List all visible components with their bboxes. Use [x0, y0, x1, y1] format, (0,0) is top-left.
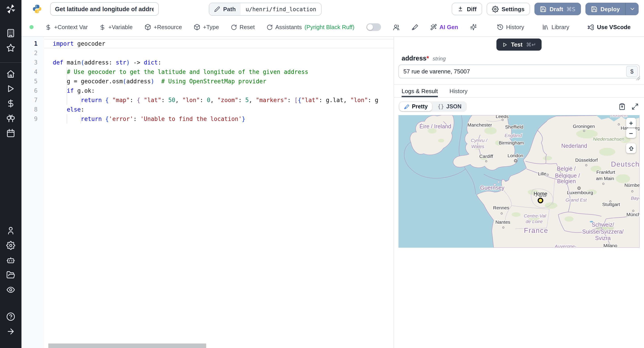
svg-text:Grand Est: Grand Est — [566, 197, 587, 203]
tab-logs-result[interactable]: Logs & Result — [402, 85, 438, 97]
resources-boxes-icon[interactable] — [6, 114, 15, 123]
svg-text:Luxembourg: Luxembourg — [567, 190, 593, 195]
arg-type: string — [433, 56, 446, 62]
svg-text:Centre-Val: Centre-Val — [524, 213, 546, 218]
library-button[interactable]: Library — [542, 24, 569, 31]
insert-variable-button[interactable]: $ — [626, 66, 638, 77]
diff-button[interactable]: Diff — [452, 3, 482, 15]
status-dot — [30, 25, 34, 29]
add-context-var-button[interactable]: +Context Var — [45, 24, 88, 31]
pretty-view-option[interactable]: Pretty — [399, 102, 432, 111]
map-zoom-out-button[interactable]: − — [626, 128, 636, 138]
package-icon — [194, 24, 200, 31]
code-editor: 123456789 import geocoderdef main(addres… — [22, 37, 394, 348]
svg-text:Cardiff: Cardiff — [480, 154, 493, 159]
script-title-input[interactable] — [50, 2, 159, 16]
view-mode-segmented-control: Pretty {} JSON — [398, 101, 467, 112]
toggle-switch[interactable] — [366, 23, 381, 31]
svg-text:Auvergne-: Auvergne- — [554, 244, 576, 248]
reset-button[interactable]: Reset — [230, 24, 255, 31]
copy-result-icon[interactable] — [618, 103, 626, 110]
ai-gen-button[interactable]: AI Gen — [430, 24, 458, 31]
address-input[interactable] — [398, 65, 640, 78]
line-number: 7 — [22, 95, 44, 105]
workspace-icon[interactable] — [6, 29, 15, 38]
svg-text:England: England — [504, 133, 522, 138]
line-number: 9 — [22, 114, 44, 124]
add-resource-button[interactable]: +Resource — [144, 24, 182, 31]
json-view-option[interactable]: {} JSON — [433, 102, 466, 111]
line-number: 3 — [22, 58, 44, 67]
result-map[interactable]: LeedsHolsteinManchesterSheffieldEnglandÉ… — [398, 115, 640, 248]
package-icon — [144, 24, 151, 31]
path-label: Path — [223, 6, 236, 12]
map-recenter-button[interactable] — [626, 143, 636, 153]
result-tabs: Logs & Result History — [394, 84, 644, 98]
deploy-dropdown-button[interactable] — [625, 3, 639, 15]
svg-text:België /: België / — [557, 165, 576, 172]
svg-text:Rennes: Rennes — [493, 205, 510, 211]
format-paintbrush-icon[interactable] — [411, 24, 418, 31]
line-number-gutter: 123456789 — [22, 37, 44, 348]
path-badge[interactable]: Path u/henri/find_location — [209, 3, 322, 16]
path-value[interactable]: u/henri/find_location — [240, 3, 321, 15]
assistants-label: Assistants — [275, 24, 302, 31]
workers-bot-icon[interactable] — [6, 256, 15, 265]
map-zoom-in-button[interactable]: + — [626, 118, 636, 128]
svg-text:Niedersachsen: Niedersachsen — [593, 136, 624, 141]
schedules-calendar-icon[interactable] — [6, 128, 15, 137]
collapse-arrow-right-icon[interactable] — [6, 327, 15, 336]
tab-history[interactable]: History — [450, 85, 468, 97]
help-icon[interactable] — [6, 312, 15, 321]
audit-eye-icon[interactable] — [6, 285, 15, 294]
test-label: Test — [511, 41, 522, 48]
editor-toolbar: +Context Var +Variable +Resource +Type R… — [22, 18, 644, 37]
settings-gear-icon[interactable] — [6, 241, 15, 250]
svg-text:Manchester: Manchester — [467, 122, 492, 127]
svg-text:Milano: Milano — [604, 243, 618, 248]
code-text-area[interactable]: import geocoderdef main(address: str) ->… — [44, 37, 394, 348]
code-line — [44, 48, 394, 58]
runs-play-icon[interactable] — [6, 84, 15, 93]
svg-text:Stuttgart: Stuttgart — [602, 202, 620, 207]
use-vscode-button[interactable]: Use VScode — [587, 24, 630, 31]
favorites-star-icon[interactable] — [6, 44, 15, 52]
assistants-button[interactable]: Assistants (Pyright Black Ruff) — [266, 24, 354, 31]
horizontal-scrollbar-thumb[interactable] — [48, 343, 206, 348]
svg-text:Nürnberg: Nürnberg — [624, 183, 640, 188]
windmill-logo[interactable] — [5, 4, 16, 14]
test-run-button[interactable]: Test ⌘↵ — [496, 39, 542, 51]
app-window: Path u/henri/find_location Diff Settings… — [0, 0, 644, 348]
pretty-label: Pretty — [412, 103, 428, 110]
svg-text:Home: Home — [534, 191, 548, 197]
draft-label: Draft — [550, 6, 563, 12]
sparkles-icon[interactable] — [470, 24, 476, 31]
diff-label: Diff — [467, 6, 476, 12]
resize-grip[interactable] — [636, 76, 640, 80]
line-number: 8 — [22, 105, 44, 114]
history-button[interactable]: History — [497, 24, 524, 31]
multiplayer-users-icon[interactable] — [392, 24, 400, 31]
draft-button[interactable]: Draft ⌘S — [534, 3, 581, 15]
folders-icon[interactable] — [6, 271, 15, 279]
history-label: History — [506, 24, 524, 31]
svg-text:Groningen: Groningen — [573, 124, 595, 129]
sidebar — [0, 0, 22, 348]
expand-fullscreen-icon[interactable] — [632, 103, 639, 110]
arg-name: address — [402, 55, 426, 62]
svg-text:Deutschland: Deutschland — [611, 160, 640, 168]
variables-dollar-icon[interactable] — [6, 99, 15, 108]
add-type-button[interactable]: +Type — [194, 24, 219, 31]
home-icon[interactable] — [6, 69, 15, 78]
svg-text:de Loire: de Loire — [526, 219, 543, 224]
refresh-icon — [266, 24, 272, 30]
rotate-cw-icon — [230, 24, 237, 30]
svg-text:Düsseldorf: Düsseldorf — [575, 157, 598, 162]
add-variable-button[interactable]: +Variable — [100, 24, 133, 31]
save-icon — [590, 6, 597, 12]
user-icon[interactable] — [6, 226, 15, 235]
settings-button[interactable]: Settings — [486, 3, 530, 15]
code-line: if g.ok: — [44, 86, 394, 95]
deploy-button[interactable]: Deploy — [585, 3, 625, 15]
braces-icon: {} — [438, 103, 444, 110]
